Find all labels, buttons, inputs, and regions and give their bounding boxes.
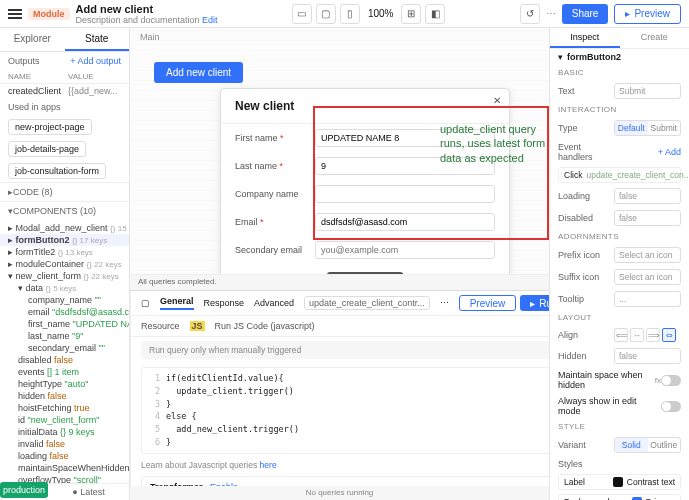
more-icon[interactable]: ⋯ <box>440 298 449 308</box>
tab-state[interactable]: State <box>65 28 130 51</box>
suffix-select[interactable]: Select an icon <box>614 269 681 285</box>
align-label: Align <box>558 330 614 340</box>
share-button[interactable]: Share <box>562 4 609 24</box>
sec-email-label: Secondary email <box>235 245 315 255</box>
tab-inspect[interactable]: Inspect <box>550 28 620 48</box>
tree-item[interactable]: ▸ moduleContainer {} 22 keys <box>0 258 129 270</box>
always-toggle[interactable] <box>661 401 681 412</box>
js-icon: JS <box>190 321 205 331</box>
tab-create[interactable]: Create <box>620 28 690 48</box>
always-label: Always show in edit mode <box>558 396 661 416</box>
run-query-button[interactable]: ▸ Ru <box>520 295 549 311</box>
component-tree: ▸ Modal_add_new_client {} 15 keys ▸ form… <box>0 220 129 483</box>
trigger-hint: Run query only when manually triggered <box>141 341 549 359</box>
type-segmented[interactable]: DefaultSubmit <box>614 120 681 136</box>
style-bg-chip[interactable]: BackgroundPrimary <box>558 494 681 500</box>
history-icon[interactable]: ↺ <box>520 4 540 24</box>
used-app[interactable]: job-consultation-form <box>8 163 106 179</box>
resource-value[interactable]: Run JS Code (javascript) <box>215 321 315 331</box>
tooltip-label: Tooltip <box>558 294 614 304</box>
left-pane: Explorer State Outputs+ Add output NAMEV… <box>0 28 130 500</box>
device-desktop-icon[interactable]: ▭ <box>292 4 312 24</box>
tree-item[interactable]: ▸ Modal_add_new_client {} 15 keys <box>0 222 129 234</box>
tree-kv: email "dsdfsdsf@asasd.com" <box>0 306 129 318</box>
disabled-input[interactable]: false <box>614 210 681 226</box>
breadcrumb[interactable]: Main <box>140 32 160 42</box>
code-section-header[interactable]: ▸ CODE (8) <box>0 182 129 201</box>
preview-query-button[interactable]: Preview <box>459 295 517 311</box>
preview-button[interactable]: ▸ Preview <box>614 4 681 24</box>
tree-item[interactable]: ▾ new_client_form {} 22 keys <box>0 270 129 282</box>
section-style: STYLE <box>550 419 689 434</box>
tree-kv: company_name "" <box>0 294 129 306</box>
layout-icon[interactable]: ⊞ <box>401 4 421 24</box>
disabled-label: Disabled <box>558 213 614 223</box>
tree-data[interactable]: ▾ data {} 5 keys <box>0 282 129 294</box>
outputs-header: Outputs+ Add output <box>0 52 129 70</box>
device-mobile-icon[interactable]: ▯ <box>340 4 360 24</box>
tree-prop: hidden false <box>0 390 129 402</box>
zoom-level[interactable]: 100% <box>364 8 398 19</box>
left-footer: production ● Latest <box>0 483 129 500</box>
status-bar: No queries running <box>130 486 549 500</box>
tree-prop: heightType "auto" <box>0 378 129 390</box>
close-icon[interactable]: ✕ <box>493 95 501 106</box>
used-in-header: Used in apps <box>0 98 129 116</box>
tab-general[interactable]: General <box>160 296 194 310</box>
style-label-chip[interactable]: LabelContrast text <box>558 474 681 490</box>
used-app[interactable]: job-details-page <box>8 141 86 157</box>
add-output-link[interactable]: + Add output <box>70 56 121 66</box>
form-row-sec-email: Secondary email <box>221 236 509 264</box>
prefix-label: Prefix icon <box>558 250 614 260</box>
tab-explorer[interactable]: Explorer <box>0 28 65 51</box>
tree-kv: secondary_email "" <box>0 342 129 354</box>
handler-chip[interactable]: Clickupdate_create_client_con...⋯ <box>558 167 681 183</box>
event-handlers-label: Event handlers <box>558 142 614 162</box>
maintain-toggle[interactable] <box>661 375 681 386</box>
prefix-select[interactable]: Select an icon <box>614 247 681 263</box>
left-tabs: Explorer State <box>0 28 129 52</box>
panel-icon[interactable]: ◧ <box>425 4 445 24</box>
used-app[interactable]: new-project-page <box>8 119 92 135</box>
queries-status-bar: All queries completed. <box>130 274 549 290</box>
company-label: Company name <box>235 189 315 199</box>
section-layout: LAYOUT <box>550 310 689 325</box>
env-latest-button[interactable]: ● Latest <box>48 484 129 500</box>
output-row[interactable]: createdClient{{add_new... <box>0 84 129 98</box>
tree-item-selected[interactable]: ▸ formButton2 {} 17 keys <box>0 234 129 246</box>
tab-response[interactable]: Response <box>204 298 245 308</box>
last-name-label: Last name * <box>235 161 315 171</box>
align-picker[interactable]: ⟸↔⟹⇔ <box>614 328 676 342</box>
env-production-button[interactable]: production <box>0 482 48 498</box>
tab-advanced[interactable]: Advanced <box>254 298 294 308</box>
tooltip-input[interactable]: ... <box>614 291 681 307</box>
module-title: Add new client <box>76 3 218 15</box>
sec-email-input[interactable] <box>315 241 495 259</box>
edit-link[interactable]: Edit <box>202 15 218 25</box>
components-section-header[interactable]: ▾ COMPONENTS (10) <box>0 201 129 220</box>
tree-item[interactable]: ▸ formTitle2 {} 13 keys <box>0 246 129 258</box>
add-handler-link[interactable]: + Add <box>658 147 681 157</box>
email-label: Email * <box>235 217 315 227</box>
text-label: Text <box>558 86 614 96</box>
tree-prop: invalid false <box>0 438 129 450</box>
first-name-label: First name * <box>235 133 315 143</box>
styles-label: Styles <box>558 459 614 469</box>
add-new-client-button[interactable]: Add new client <box>154 62 243 83</box>
text-input[interactable]: Submit <box>614 83 681 99</box>
device-tablet-icon[interactable]: ▢ <box>316 4 336 24</box>
learn-link[interactable]: here <box>260 460 277 470</box>
canvas[interactable]: Main Add new client ✕ New client First n… <box>130 28 549 500</box>
learn-link-row: Learn about Javascript queries here <box>131 458 549 472</box>
topbar-center: ▭ ▢ ▯ 100% ⊞ ◧ <box>292 4 446 24</box>
variant-segmented[interactable]: SolidOutline <box>614 437 681 453</box>
query-selector[interactable]: update_create_client_contr... <box>304 296 430 310</box>
more-icon[interactable]: ⋯ <box>546 8 556 19</box>
hidden-input[interactable]: false <box>614 348 681 364</box>
loading-input[interactable]: false <box>614 188 681 204</box>
code-editor[interactable]: 1if(editClientId.value){2 update_client.… <box>141 367 549 454</box>
collapse-icon[interactable]: ▢ <box>141 298 150 308</box>
menu-icon[interactable] <box>8 9 22 19</box>
component-name[interactable]: ▾ formButton2 <box>550 49 689 65</box>
tree-prop: disabled false <box>0 354 129 366</box>
